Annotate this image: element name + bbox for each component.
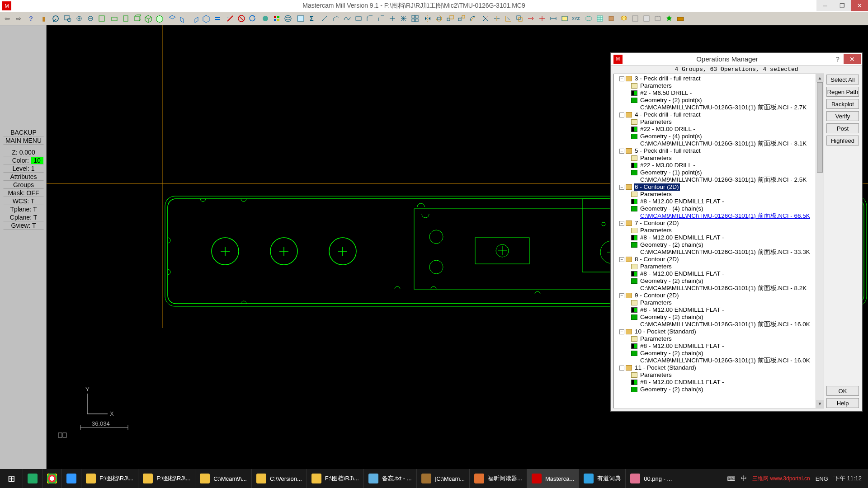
op-geometry[interactable]: Geometry - (2) chain(s): [614, 241, 824, 249]
taskbar-item[interactable]: C:\Mcam9\...: [195, 469, 251, 488]
create-ellipse-button[interactable]: [398, 13, 409, 24]
op-tool[interactable]: #22 - M3.00 DRILL -: [614, 126, 824, 133]
op-params[interactable]: Parameters: [614, 155, 824, 162]
main-menu-button[interactable]: MAIN MENU: [3, 136, 44, 145]
minimize-button[interactable]: ─: [816, 0, 834, 11]
op-tool[interactable]: #2 - M6.50 DRILL -: [614, 89, 824, 97]
trim2-button[interactable]: [491, 13, 502, 24]
op-geometry[interactable]: Geometry - (4) point(s): [614, 133, 824, 140]
trim-button[interactable]: [480, 13, 491, 24]
op-geometry[interactable]: Geometry - (1) point(s): [614, 169, 824, 176]
z-depth-button[interactable]: Z: 0.000: [3, 148, 44, 156]
tplane-button[interactable]: Tplane: T: [3, 205, 44, 213]
level-mgr-button[interactable]: [618, 13, 629, 24]
solids-button[interactable]: [605, 13, 617, 24]
attributes-button[interactable]: Attributes: [3, 173, 44, 181]
op-nci[interactable]: C:\MCAM9\MILL\NCI\TMU-0126G-3101(1) 前面板.…: [614, 357, 824, 364]
repaint-button[interactable]: [96, 13, 107, 24]
taskbar-item[interactable]: F:\图档\RJ\...: [138, 469, 195, 488]
regen-path-button[interactable]: Regen Path: [826, 87, 859, 97]
create-fillet-button[interactable]: [364, 13, 375, 24]
op-tool[interactable]: #8 - M12.00 ENDMILL1 FLAT -: [614, 306, 824, 314]
operations-tree[interactable]: −3 - Peck drill - full retractParameters…: [613, 74, 824, 408]
op-tool[interactable]: #8 - M12.00 ENDMILL1 FLAT -: [614, 379, 824, 386]
op-nci[interactable]: C:\MCAM9\MILL\NCI\TMU-0126G-3101(1) 前面板.…: [614, 176, 824, 183]
tree-scrollbar[interactable]: ▲ ▼: [816, 74, 824, 408]
gview-iso-button[interactable]: [142, 13, 154, 24]
zoom-prev-button[interactable]: [85, 13, 96, 24]
op-nci[interactable]: C:\MCAM9\MILL\NCI\TMU-0126G-3101(1) 前面板.…: [614, 285, 824, 292]
op-params[interactable]: Parameters: [614, 263, 824, 270]
taskbar-item[interactable]: F:\图档\RJ\...: [81, 469, 138, 488]
op-params[interactable]: Parameters: [614, 191, 824, 198]
create-chamfer-button[interactable]: [375, 13, 387, 24]
ok-button[interactable]: OK: [826, 386, 859, 396]
file-button[interactable]: ▮: [38, 13, 49, 24]
xform-translate-button[interactable]: [456, 13, 467, 24]
create-line-button[interactable]: [319, 13, 330, 24]
scroll-thumb[interactable]: [817, 82, 823, 173]
highfeed-button[interactable]: Highfeed: [826, 136, 859, 145]
cplane-3d-button[interactable]: [200, 13, 212, 24]
taskbar-item[interactable]: 福昕阅读器...: [469, 469, 527, 488]
wireframe-button[interactable]: [282, 13, 293, 24]
op-node[interactable]: −7 - Contour (2D): [614, 220, 824, 227]
cplane-equals-button[interactable]: [212, 13, 223, 24]
op-geometry[interactable]: Geometry - (4) chain(s): [614, 205, 824, 212]
cplane-side-button2[interactable]: Cplane: T: [3, 213, 44, 221]
xform-scale-button[interactable]: [444, 13, 456, 24]
op-node[interactable]: −11 - Pocket (Standard): [614, 364, 824, 371]
drafting-button[interactable]: [559, 13, 570, 24]
gview-side-button2[interactable]: Gview: T: [3, 221, 44, 230]
op-nci[interactable]: C:\MCAM9\MILL\NCI\TMU-0126G-3101(1) 前面板.…: [614, 321, 824, 328]
op-node[interactable]: −10 - Pocket (Standard): [614, 328, 824, 335]
restore-button[interactable]: ❐: [834, 0, 851, 11]
select-all-button[interactable]: Select All: [826, 75, 859, 84]
tray-lang[interactable]: 中: [741, 474, 747, 483]
surface-button[interactable]: [583, 13, 594, 24]
taskbar-item[interactable]: F:\图档\RJ\...: [307, 469, 363, 488]
surface2-button[interactable]: [594, 13, 605, 24]
op-params[interactable]: Parameters: [614, 82, 824, 89]
color-button[interactable]: Color: 10: [3, 156, 44, 164]
taskbar-item[interactable]: 备忘.txt - ...: [363, 469, 416, 488]
undo-button[interactable]: [247, 13, 258, 24]
op-node[interactable]: −4 - Peck drill - full retract: [614, 111, 824, 118]
backplot-button[interactable]: Backplot: [826, 99, 859, 109]
dimension-button[interactable]: [547, 13, 559, 24]
toolpath-ops-button[interactable]: [295, 13, 306, 24]
op-node[interactable]: −3 - Peck drill - full retract: [614, 75, 824, 82]
taskbar-item[interactable]: [C:\Mcam...: [416, 469, 469, 488]
op-nci[interactable]: C:\MCAM9\MILL\NCI\TMU-0126G-3101(1) 前面板.…: [614, 212, 824, 220]
op-node[interactable]: −6 - Contour (2D): [614, 183, 824, 191]
run-app-button[interactable]: [675, 13, 686, 24]
op-tool[interactable]: #8 - M12.00 ENDMILL1 FLAT -: [614, 234, 824, 241]
op-params[interactable]: Parameters: [614, 299, 824, 306]
break-button[interactable]: [502, 13, 514, 24]
op-geometry[interactable]: Geometry - (2) chain(s): [614, 314, 824, 321]
extend-button[interactable]: [514, 13, 525, 24]
dialog-help-button[interactable]: ?: [832, 56, 844, 63]
clear-colors-button[interactable]: [271, 13, 282, 24]
backup-button[interactable]: BACKUP: [3, 128, 44, 136]
cplane-side-button[interactable]: [189, 13, 200, 24]
op-geometry[interactable]: Geometry - (2) point(s): [614, 97, 824, 104]
zoom-fit-button[interactable]: [73, 13, 85, 24]
post-button[interactable]: Post: [826, 123, 859, 133]
op-nci[interactable]: C:\MCAM9\MILL\NCI\TMU-0126G-3101(1) 前面板.…: [614, 140, 824, 147]
modify-button[interactable]: [525, 13, 536, 24]
taskbar-chrome[interactable]: [42, 469, 61, 488]
op-tool[interactable]: #22 - M3.00 DRILL -: [614, 162, 824, 169]
gview-side-button[interactable]: [131, 13, 142, 24]
taskbar-item[interactable]: 00.png - ...: [625, 469, 676, 488]
op-geometry[interactable]: Geometry - (2) chain(s): [614, 277, 824, 285]
help-button[interactable]: ?: [25, 13, 37, 24]
mask-button[interactable]: Mask: OFF: [3, 189, 44, 197]
dialog-close-button[interactable]: ✕: [844, 54, 861, 64]
cplane-top-button[interactable]: [166, 13, 178, 24]
taskbar-item[interactable]: Masterca...: [527, 469, 579, 488]
create-rect-button[interactable]: [353, 13, 364, 24]
delete-button[interactable]: [224, 13, 236, 24]
wcs-button[interactable]: WCS: T: [3, 197, 44, 205]
statistics-button[interactable]: Σ: [306, 13, 317, 24]
